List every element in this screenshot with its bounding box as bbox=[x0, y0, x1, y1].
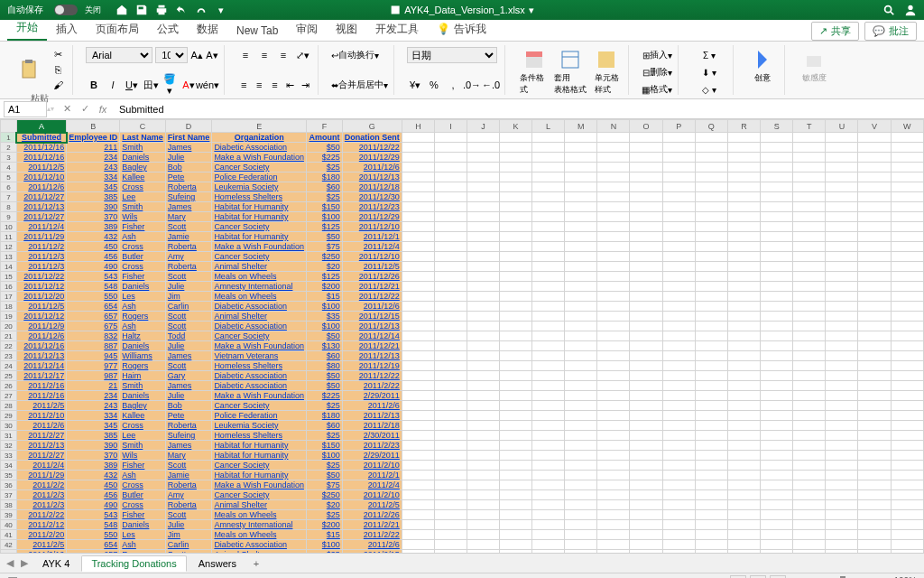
table-cell[interactable]: Cross bbox=[120, 182, 166, 192]
page-layout-view-icon[interactable] bbox=[750, 575, 766, 579]
table-cell[interactable]: 2011/12/12 bbox=[16, 282, 67, 292]
table-cell[interactable]: Cancer Society bbox=[212, 222, 307, 232]
table-cell[interactable]: $50 bbox=[306, 143, 342, 153]
table-cell[interactable]: 2011/12/20 bbox=[16, 292, 67, 302]
table-cell[interactable]: $200 bbox=[306, 520, 342, 530]
row-header[interactable]: 34 bbox=[1, 461, 17, 471]
table-cell[interactable]: $100 bbox=[306, 302, 342, 312]
table-cell[interactable]: Roberta bbox=[165, 242, 212, 252]
redo-icon[interactable] bbox=[195, 4, 208, 16]
table-cell[interactable]: $180 bbox=[306, 411, 342, 421]
row-header[interactable]: 42 bbox=[1, 540, 17, 550]
table-cell[interactable]: 2011/12/23 bbox=[342, 202, 402, 212]
table-cell[interactable]: 2011/12/27 bbox=[16, 192, 67, 202]
share-button[interactable]: ↗ 共享 bbox=[811, 22, 859, 41]
indent-decrease-icon[interactable]: ⇤ bbox=[284, 77, 297, 93]
table-cell[interactable]: 2011/2/5 bbox=[16, 540, 67, 550]
row-header[interactable]: 2 bbox=[1, 143, 17, 153]
column-header[interactable]: N bbox=[597, 120, 630, 133]
ribbon-tab-视图[interactable]: 视图 bbox=[327, 18, 366, 41]
table-cell[interactable]: Carlin bbox=[165, 302, 212, 312]
table-cell[interactable]: Meals on Wheels bbox=[212, 530, 307, 540]
column-header[interactable]: T bbox=[793, 120, 826, 133]
table-cell[interactable]: Habitat for Humanity bbox=[212, 471, 307, 480]
ribbon-tab-开发工具[interactable]: 开发工具 bbox=[366, 18, 428, 41]
comments-button[interactable]: 💬 批注 bbox=[864, 22, 917, 41]
table-cell[interactable]: 211 bbox=[67, 143, 120, 153]
row-header[interactable]: 16 bbox=[1, 282, 17, 292]
row-header[interactable]: 6 bbox=[1, 182, 17, 192]
undo-icon[interactable] bbox=[175, 4, 188, 16]
table-cell[interactable]: 2011/2/13 bbox=[16, 441, 67, 451]
table-cell[interactable]: $200 bbox=[306, 282, 342, 292]
table-cell[interactable]: 390 bbox=[67, 202, 120, 212]
table-header-cell[interactable]: Last Name bbox=[120, 133, 166, 143]
table-cell[interactable]: 385 bbox=[67, 431, 120, 441]
table-cell[interactable]: Gary bbox=[165, 371, 212, 381]
sheet-nav-next[interactable]: ▶ bbox=[18, 557, 31, 570]
table-cell[interactable]: Habitat for Humanity bbox=[212, 202, 307, 212]
currency-icon[interactable]: ¥▾ bbox=[407, 77, 423, 93]
row-header[interactable]: 15 bbox=[1, 272, 17, 282]
table-cell[interactable]: 2011/12/1 bbox=[342, 232, 402, 242]
table-cell[interactable]: 21 bbox=[67, 381, 120, 391]
table-cell[interactable]: 2011/12/10 bbox=[342, 222, 402, 232]
table-cell[interactable]: 2/30/2011 bbox=[342, 431, 402, 441]
table-cell[interactable]: 2011/12/22 bbox=[342, 292, 402, 302]
row-header[interactable]: 13 bbox=[1, 252, 17, 262]
table-cell[interactable]: 2011/12/2 bbox=[16, 242, 67, 252]
table-cell[interactable]: 2011/12/19 bbox=[342, 361, 402, 371]
font-name-select[interactable]: Arial bbox=[86, 47, 152, 63]
table-cell[interactable]: Diabetic Association bbox=[212, 540, 307, 550]
table-cell[interactable]: 2011/12/16 bbox=[16, 341, 67, 351]
table-cell[interactable]: Leukemia Society bbox=[212, 182, 307, 192]
table-cell[interactable]: 2011/2/5 bbox=[342, 500, 402, 510]
sheet-tab[interactable]: AYK 4 bbox=[32, 555, 79, 572]
table-cell[interactable]: James bbox=[165, 441, 212, 451]
table-cell[interactable]: Scott bbox=[165, 550, 212, 554]
table-cell[interactable]: 2011/2/6 bbox=[16, 421, 67, 431]
table-cell[interactable]: $50 bbox=[306, 331, 342, 341]
table-cell[interactable]: Cross bbox=[120, 421, 166, 431]
table-cell[interactable]: 243 bbox=[67, 401, 120, 411]
table-cell[interactable]: 2011/2/3 bbox=[16, 490, 67, 500]
table-cell[interactable]: Smith bbox=[120, 441, 166, 451]
table-cell[interactable]: $60 bbox=[306, 421, 342, 431]
table-cell[interactable]: Habitat for Humanity bbox=[212, 212, 307, 222]
table-cell[interactable]: 2011/12/18 bbox=[342, 182, 402, 192]
table-cell[interactable]: Diabetic Association bbox=[212, 143, 307, 153]
row-header[interactable]: 23 bbox=[1, 351, 17, 361]
table-cell[interactable]: Meals on Wheels bbox=[212, 510, 307, 520]
table-cell[interactable]: 2011/11/29 bbox=[16, 232, 67, 242]
table-cell[interactable]: Wils bbox=[120, 451, 166, 461]
row-header[interactable]: 10 bbox=[1, 222, 17, 232]
table-cell[interactable]: 2011/12/6 bbox=[342, 163, 402, 172]
table-cell[interactable]: Haim bbox=[120, 371, 166, 381]
row-header[interactable]: 3 bbox=[1, 153, 17, 163]
align-bottom-icon[interactable]: ≡ bbox=[275, 47, 291, 63]
row-header[interactable]: 43 bbox=[1, 550, 17, 554]
table-cell[interactable]: Make a Wish Foundation bbox=[212, 391, 307, 401]
table-cell[interactable]: 945 bbox=[67, 351, 120, 361]
table-cell[interactable]: $60 bbox=[306, 182, 342, 192]
row-header[interactable]: 21 bbox=[1, 331, 17, 341]
table-cell[interactable]: Habitat for Humanity bbox=[212, 441, 307, 451]
table-cell[interactable]: 550 bbox=[67, 530, 120, 540]
table-cell[interactable]: 2011/12/22 bbox=[342, 143, 402, 153]
table-cell[interactable]: 2011/12/21 bbox=[342, 282, 402, 292]
table-cell[interactable]: Animal Shelter bbox=[212, 500, 307, 510]
fill-color-button[interactable]: 🪣▾ bbox=[162, 77, 178, 93]
table-cell[interactable]: 675 bbox=[67, 322, 120, 331]
table-cell[interactable]: $180 bbox=[306, 172, 342, 182]
table-cell[interactable]: Cancer Society bbox=[212, 461, 307, 471]
table-cell[interactable]: Cancer Society bbox=[212, 331, 307, 341]
table-cell[interactable]: 657 bbox=[67, 550, 120, 554]
table-cell[interactable]: Pete bbox=[165, 411, 212, 421]
table-cell[interactable]: Fisher bbox=[120, 272, 166, 282]
table-header-cell[interactable]: Donation Sent bbox=[342, 133, 402, 143]
table-cell[interactable]: $20 bbox=[306, 262, 342, 272]
table-cell[interactable]: Williams bbox=[120, 351, 166, 361]
table-cell[interactable]: 2011/12/27 bbox=[16, 212, 67, 222]
table-cell[interactable]: Julie bbox=[165, 391, 212, 401]
column-header[interactable]: O bbox=[630, 120, 662, 133]
